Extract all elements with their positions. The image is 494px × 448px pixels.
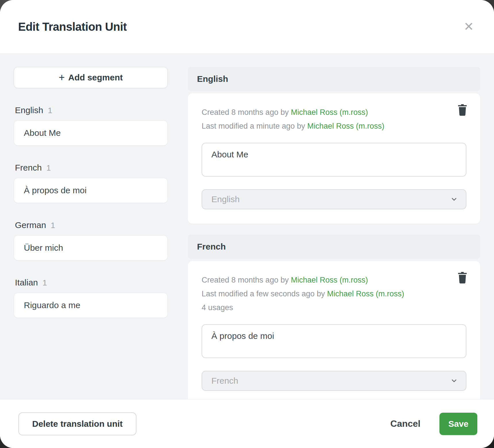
segment-language: Italian [15,278,38,287]
delete-translation-unit-button[interactable]: Delete translation unit [18,412,136,435]
created-prefix: Created 8 months ago by [202,108,291,117]
delete-segment-button[interactable] [456,103,469,117]
chevron-down-icon [450,377,458,385]
segment-panels: English Created 8 months ago by Michael … [188,67,480,399]
add-segment-label: Add segment [68,73,123,82]
trash-icon [458,272,467,283]
cancel-button[interactable]: Cancel [390,418,420,429]
segment-label: Italian 1 [14,278,168,287]
created-user-link[interactable]: Michael Ross (m.ross) [291,108,368,117]
modified-line: Last modified a few seconds ago by Micha… [202,287,466,301]
segment-value-textarea[interactable]: À propos de moi [202,324,466,358]
panel-heading-french: French [188,235,480,259]
chevron-down-icon [450,196,458,203]
segment-group-german: German 1 Über mich [14,220,168,260]
dialog-footer: Delete translation unit Cancel Save [0,399,494,448]
edit-translation-unit-dialog: Edit Translation Unit ✕ + Add segment En… [0,0,494,448]
modified-line: Last modified a minute ago by Michael Ro… [202,119,466,133]
segment-group-french: French 1 À propos de moi [14,163,168,203]
segment-value: Riguardo a me [24,300,80,310]
dialog-header: Edit Translation Unit ✕ [0,0,494,54]
close-button[interactable]: ✕ [460,18,477,35]
panel-english: English Created 8 months ago by Michael … [188,67,480,224]
modified-prefix: Last modified a few seconds ago by [202,289,327,298]
modified-prefix: Last modified a minute ago by [202,122,307,130]
delete-segment-button[interactable] [456,271,469,285]
segment-language: French [15,163,42,173]
segment-value: About Me [24,128,61,138]
panel-heading-label: English [197,74,228,84]
add-segment-button[interactable]: + Add segment [14,67,168,88]
panel-card-french: Created 8 months ago by Michael Ross (m.… [188,261,480,399]
modified-user-link[interactable]: Michael Ross (m.ross) [327,289,404,298]
close-icon: ✕ [464,21,474,33]
usages-line: 4 usages [202,301,466,314]
segment-item-german[interactable]: Über mich [14,235,168,260]
panel-french: French Created 8 months ago by Michael R… [188,235,480,399]
segment-item-french[interactable]: À propos de moi [14,178,168,203]
segment-language: English [15,105,43,115]
segment-item-italian[interactable]: Riguardo a me [14,293,168,318]
plus-icon: + [59,72,65,83]
created-prefix: Created 8 months ago by [202,276,291,284]
language-select[interactable]: English [202,189,466,209]
language-select-value: French [211,376,238,386]
panel-heading-english: English [188,67,480,91]
segment-value: Über mich [24,243,63,253]
dialog-body: + Add segment English 1 About Me French … [0,54,494,399]
panel-heading-label: French [197,242,226,252]
dialog-title: Edit Translation Unit [18,20,127,33]
segment-count-badge: 1 [51,221,55,230]
segment-value-textarea[interactable]: About Me [202,143,466,177]
segment-label: English 1 [14,105,168,115]
segment-label: German 1 [14,220,168,230]
segment-count-badge: 1 [48,106,52,115]
created-line: Created 8 months ago by Michael Ross (m.… [202,105,466,119]
segment-group-italian: Italian 1 Riguardo a me [14,278,168,318]
save-button[interactable]: Save [439,413,477,435]
segment-count-badge: 1 [46,163,51,173]
panel-card-english: Created 8 months ago by Michael Ross (m.… [188,93,480,224]
segment-value: À propos de moi [24,186,86,195]
language-select[interactable]: French [202,371,466,391]
segment-count-badge: 1 [43,278,47,287]
language-select-value: English [211,194,240,204]
segment-label: French 1 [14,163,168,173]
segment-item-english[interactable]: About Me [14,120,168,146]
trash-icon [458,104,467,116]
segment-group-english: English 1 About Me [14,105,168,146]
segment-language: German [15,220,46,230]
created-user-link[interactable]: Michael Ross (m.ross) [291,276,368,284]
segment-sidebar: + Add segment English 1 About Me French … [14,67,168,399]
modified-user-link[interactable]: Michael Ross (m.ross) [307,122,385,130]
created-line: Created 8 months ago by Michael Ross (m.… [202,273,466,287]
